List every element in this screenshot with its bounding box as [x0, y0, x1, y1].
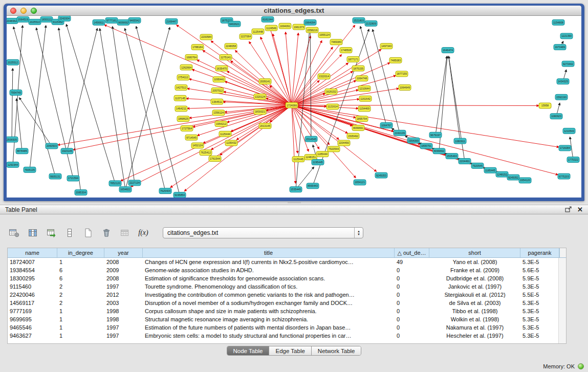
graph-edge[interactable] — [211, 41, 292, 105]
graph-node-label: 1954120 — [520, 179, 530, 182]
graph-node-label: 9465542 — [129, 19, 140, 22]
tab-edge-table[interactable]: Edge Table — [269, 346, 311, 355]
network-view-window[interactable]: citations_edges.txt 17240662200584178818… — [4, 4, 584, 201]
show-columns-icon[interactable] — [27, 227, 39, 238]
graph-edge[interactable] — [292, 105, 295, 184]
function-builder-icon[interactable]: f(x) — [137, 227, 149, 238]
graph-node-label: 1505493 — [447, 155, 457, 158]
graph-edge[interactable] — [177, 25, 292, 105]
graph-edge[interactable] — [131, 105, 292, 187]
table-cell: 9115460 — [8, 283, 57, 290]
graph-node-label: 1121614 — [328, 105, 338, 108]
graph-node-label: 2754112 — [178, 76, 188, 79]
column-header-pagerank[interactable]: pagerank — [520, 248, 559, 257]
graph-edge[interactable] — [59, 28, 81, 193]
memory-status-label: Memory: OK — [543, 363, 575, 369]
graph-edge[interactable] — [67, 28, 97, 151]
graph-node-label: 2025512 — [8, 61, 18, 64]
tab-node-table[interactable]: Node Table — [227, 346, 269, 355]
table-cell: 2 — [57, 292, 104, 298]
graph-edge[interactable] — [66, 24, 115, 183]
minimize-window-button[interactable] — [20, 8, 27, 14]
graph-edge[interactable] — [125, 28, 165, 191]
table-cell: 5.3E-5 — [520, 324, 559, 331]
network-canvas[interactable]: 1724066220058417881841680764126266427541… — [7, 16, 581, 198]
graph-node-label: 1125445 — [293, 158, 303, 161]
graph-edge[interactable] — [12, 69, 13, 140]
table-selector-combo[interactable]: citations_edges.txt ▲ ▼ — [163, 227, 363, 238]
graph-edge[interactable] — [104, 25, 292, 105]
graph-edge[interactable] — [296, 29, 310, 190]
window-titlebar[interactable]: citations_edges.txt — [7, 6, 581, 16]
graph-node-label: 1592193 — [556, 96, 567, 99]
disabled-table-icon[interactable] — [119, 227, 131, 238]
graph-edge[interactable] — [113, 27, 135, 183]
graph-node-label: 8099691 — [353, 126, 363, 129]
table-row[interactable]: 1938455462009Genome-wide association stu… — [8, 266, 566, 274]
graph-node-label: 1185445 — [485, 169, 495, 172]
table-row[interactable]: 969969511998Structural magnetic resonanc… — [8, 315, 566, 323]
graph-node-label: 1080923 — [551, 115, 561, 118]
tab-network-table[interactable]: Network Table — [311, 346, 361, 355]
graph-edge[interactable] — [449, 56, 465, 161]
table-options-icon[interactable] — [8, 227, 20, 238]
table-row[interactable]: 1456911722003Disruption of a novel membe… — [8, 299, 566, 307]
column-header-in_degree[interactable]: in_degree — [57, 248, 104, 257]
close-window-button[interactable] — [10, 8, 16, 14]
graph-edge[interactable] — [310, 29, 311, 139]
table-cell: 0 — [395, 308, 429, 314]
graph-edge[interactable] — [292, 105, 339, 140]
graph-edge[interactable] — [292, 105, 298, 154]
new-table-icon[interactable] — [82, 227, 94, 238]
table-body: 1872400712008Changes of HCN gene express… — [8, 258, 566, 343]
graph-edge[interactable] — [449, 56, 460, 141]
table-cell: 5.6E-5 — [520, 267, 559, 273]
table-row[interactable]: 911546021997Tourette syndrome. Phenomeno… — [8, 282, 566, 291]
import-table-icon[interactable] — [45, 227, 57, 238]
graph-edge[interactable] — [121, 105, 292, 181]
table-row[interactable]: 1872400712008Changes of HCN gene express… — [8, 258, 566, 266]
table-scrollbar[interactable] — [558, 258, 566, 343]
table-row[interactable]: 2242004622012Investigating the contribut… — [8, 291, 566, 299]
graph-edge[interactable] — [197, 60, 292, 105]
column-header-year[interactable]: year — [104, 248, 143, 257]
graph-node-label: 1364511 — [212, 100, 222, 103]
table-panel-body: f(x) citations_edges.txt ▲ ▼ namein_degr… — [0, 215, 588, 372]
graph-edge[interactable] — [292, 105, 394, 132]
table-row[interactable]: 1830029562008Estimation of significance … — [8, 274, 566, 282]
row-height-icon[interactable] — [63, 227, 76, 238]
table-row[interactable]: 946554611997Estimation of the future num… — [8, 323, 566, 332]
delete-table-icon[interactable] — [100, 227, 113, 238]
table-cell: Embryonic stem cells: a model to study s… — [143, 333, 395, 339]
graph-edge[interactable] — [30, 26, 46, 170]
graph-node-label: 9679197 — [430, 134, 441, 137]
column-header-out_de[interactable]: △ out_de… — [395, 248, 429, 257]
graph-node-label: 1291944 — [8, 163, 18, 166]
column-header-name[interactable]: name — [8, 248, 57, 257]
table-row[interactable]: 977716911998Corpus callosum shape and si… — [8, 307, 566, 315]
graph-edge[interactable] — [435, 56, 447, 135]
graph-node-label: 1080911 — [455, 140, 465, 143]
graph-edge[interactable] — [292, 105, 559, 147]
graph-edge[interactable] — [136, 26, 180, 195]
graph-edge[interactable] — [16, 99, 22, 151]
zoom-window-button[interactable] — [31, 8, 37, 14]
splitter-grip-icon — [288, 202, 301, 204]
graph-edge[interactable] — [100, 29, 125, 190]
close-panel-icon[interactable]: ✕ — [577, 206, 583, 213]
graph-node-label: 1195445 — [313, 161, 323, 164]
graph-edge[interactable] — [36, 28, 73, 178]
column-header-title[interactable]: title — [143, 248, 395, 257]
panel-splitter[interactable] — [0, 201, 588, 205]
float-panel-icon[interactable] — [565, 206, 572, 213]
table-cell: 2009 — [104, 267, 143, 273]
column-header-short[interactable]: short — [429, 248, 520, 257]
graph-node-label: 9463621 — [229, 23, 239, 26]
graph-edge[interactable] — [125, 27, 170, 189]
table-row[interactable]: 946362711997Embryonic stem cells: a mode… — [8, 332, 566, 340]
graph-node-label: 1064748 — [357, 77, 367, 80]
graph-edge[interactable] — [292, 33, 298, 105]
graph-node-label: 1973489 — [555, 46, 565, 49]
graph-edge[interactable] — [292, 55, 342, 105]
graph-node-label: 2048362 — [7, 19, 17, 23]
